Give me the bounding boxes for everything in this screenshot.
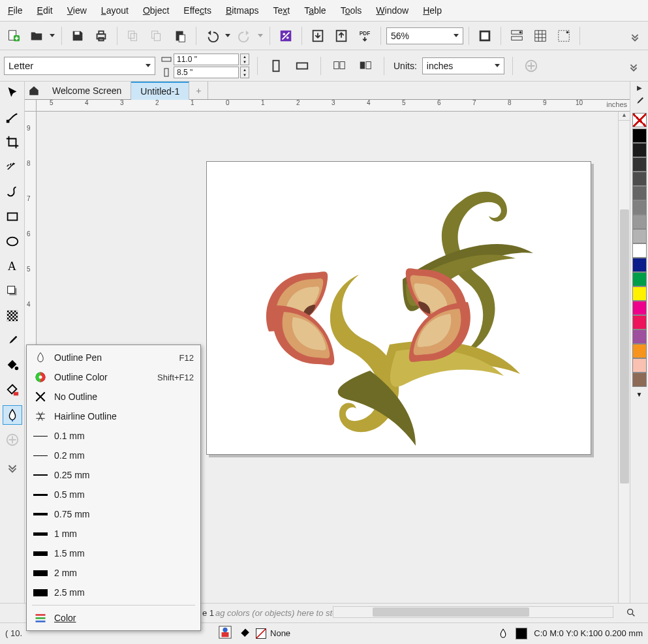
undo-button[interactable] — [202, 25, 223, 46]
flyout-width-2-5[interactable]: 2.5 mm — [27, 583, 200, 602]
units-select[interactable]: inches — [422, 57, 504, 74]
flyout-width-2[interactable]: 2 mm — [27, 563, 200, 583]
redo-dropdown[interactable] — [258, 34, 264, 37]
fill-swatch-icon[interactable] — [218, 625, 232, 641]
swatch-8[interactable] — [632, 243, 647, 258]
swatch-4[interactable] — [632, 186, 647, 200]
flyout-width-0-2[interactable]: 0.2 mm — [27, 446, 200, 465]
menu-help[interactable]: Help — [423, 5, 442, 16]
new-tab-button[interactable]: + — [189, 82, 208, 99]
text-tool[interactable]: A — [3, 256, 22, 276]
flyout-outline-pen[interactable]: Outline Pen F12 — [27, 348, 200, 367]
tab-welcome[interactable]: Welcome Screen — [43, 82, 131, 99]
menu-effects[interactable]: Effects — [183, 5, 211, 16]
outline-pen-tool[interactable] — [3, 405, 22, 425]
interactive-fill-tool[interactable] — [3, 356, 22, 375]
export-button[interactable] — [331, 25, 352, 46]
swatch-13[interactable] — [632, 315, 647, 330]
copy-button[interactable] — [146, 25, 167, 46]
toolbar-overflow[interactable] — [625, 25, 645, 46]
menu-bitmaps[interactable]: Bitmaps — [226, 5, 259, 16]
horizontal-scrollbar[interactable] — [333, 606, 613, 618]
show-guidelines-button[interactable] — [553, 25, 574, 46]
drop-shadow-tool[interactable] — [3, 281, 22, 301]
swatch-10[interactable] — [632, 272, 647, 286]
swatch-6[interactable] — [632, 215, 647, 229]
menu-file[interactable]: File — [8, 5, 23, 16]
crop-tool[interactable] — [3, 132, 22, 152]
tab-document[interactable]: Untitled-1 — [131, 82, 189, 100]
orientation-portrait-button[interactable] — [266, 55, 286, 76]
undo-dropdown[interactable] — [225, 34, 232, 37]
pick-tool[interactable] — [3, 83, 22, 102]
show-grid-button[interactable] — [530, 25, 551, 46]
nudge-settings-button[interactable] — [521, 55, 542, 76]
swatch-11[interactable] — [632, 286, 647, 301]
rectangle-tool[interactable] — [3, 207, 22, 226]
palette-scroll-down[interactable]: ▼ — [636, 391, 643, 398]
menu-layout[interactable]: Layout — [101, 5, 129, 16]
redo-button[interactable] — [234, 25, 255, 46]
page-size-preset[interactable]: Letter — [4, 57, 155, 75]
swatch-12[interactable] — [632, 301, 647, 315]
print-button[interactable] — [91, 25, 112, 46]
new-button[interactable] — [3, 25, 23, 46]
fill-indicator[interactable]: None — [239, 627, 290, 640]
flyout-color[interactable]: Color — [27, 608, 200, 628]
open-dropdown[interactable] — [50, 34, 56, 37]
transparency-tool[interactable] — [3, 306, 22, 326]
show-rulers-button[interactable] — [506, 25, 527, 46]
smart-fill-tool[interactable] — [3, 380, 22, 400]
flyout-width-0-1[interactable]: 0.1 mm — [27, 426, 200, 446]
horizontal-ruler[interactable]: 5 4 3 2 1 0 1 2 3 4 5 6 7 8 9 10 inches — [37, 100, 630, 112]
all-pages-button[interactable] — [329, 55, 350, 76]
flyout-width-1[interactable]: 1 mm — [27, 524, 200, 544]
height-spinner[interactable]: ▲▼ — [240, 67, 249, 78]
swatch-7[interactable] — [632, 229, 647, 243]
navigator-button[interactable] — [626, 607, 636, 620]
zoom-level-select[interactable]: 56% — [386, 27, 463, 44]
zoom-tool[interactable] — [3, 157, 22, 177]
toolbox-overflow[interactable] — [3, 457, 22, 477]
ellipse-tool[interactable] — [3, 232, 22, 251]
current-page-button[interactable] — [355, 55, 376, 76]
search-content-button[interactable] — [275, 25, 296, 46]
publish-pdf-button[interactable]: PDF — [354, 25, 375, 46]
swatch-none[interactable] — [632, 113, 647, 127]
swatch-0[interactable] — [632, 129, 647, 143]
eyedropper-tool[interactable] — [3, 331, 22, 350]
flyout-no-outline[interactable]: No Outline — [27, 387, 200, 406]
flyout-hairline[interactable]: Hairline Outline — [27, 406, 200, 426]
menu-edit[interactable]: Edit — [37, 5, 53, 16]
menu-window[interactable]: Window — [376, 5, 409, 16]
save-button[interactable] — [67, 25, 88, 46]
shape-tool[interactable] — [3, 108, 22, 127]
full-screen-button[interactable] — [474, 25, 495, 46]
eyedropper-icon[interactable] — [634, 95, 645, 109]
swatch-9[interactable] — [632, 258, 647, 272]
page-width-input[interactable]: 11.0 " — [174, 54, 239, 65]
menu-text[interactable]: Text — [273, 5, 290, 16]
flyout-width-0-75[interactable]: 0.75 mm — [27, 504, 200, 524]
flyout-outline-color[interactable]: Outline Color Shift+F12 — [27, 367, 200, 387]
swatch-15[interactable] — [632, 344, 647, 358]
freehand-tool[interactable] — [3, 182, 22, 202]
propbar-overflow[interactable] — [623, 55, 644, 76]
menu-object[interactable]: Object — [143, 5, 169, 16]
menu-view[interactable]: View — [67, 5, 87, 16]
swatch-17[interactable] — [632, 373, 647, 387]
home-tab-icon[interactable] — [25, 82, 43, 99]
palette-flyout-arrow[interactable]: ▶ — [637, 84, 642, 91]
swatch-3[interactable] — [632, 172, 647, 186]
swatch-14[interactable] — [632, 330, 647, 344]
import-button[interactable] — [307, 25, 328, 46]
vertical-scrollbar[interactable]: ▲ — [618, 112, 630, 603]
paste-button[interactable] — [170, 25, 191, 46]
swatch-5[interactable] — [632, 200, 647, 215]
menu-table[interactable]: Table — [304, 5, 326, 16]
outline-color-swatch[interactable] — [516, 628, 527, 639]
flyout-width-1-5[interactable]: 1.5 mm — [27, 544, 200, 563]
page-height-input[interactable]: 8.5 " — [174, 67, 239, 78]
open-button[interactable] — [26, 25, 47, 46]
flyout-width-0-25[interactable]: 0.25 mm — [27, 465, 200, 485]
